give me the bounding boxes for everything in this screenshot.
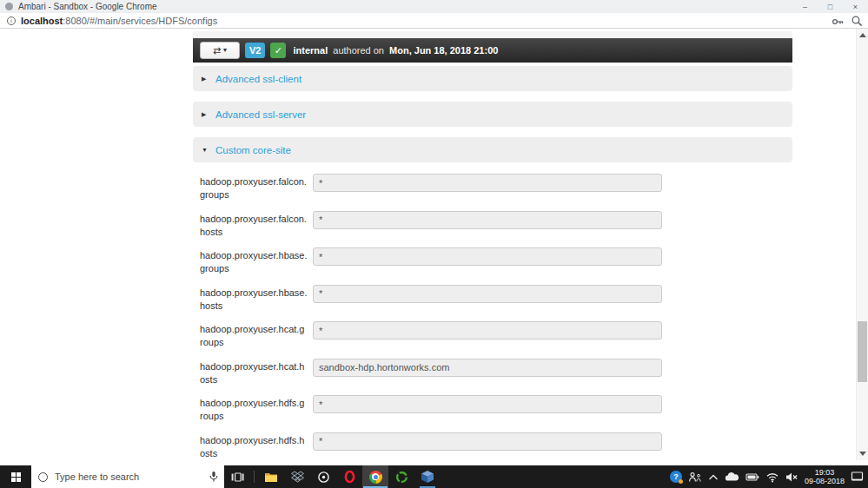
search-input[interactable] [55,472,209,482]
url-host: localhost [21,16,63,26]
battery-icon[interactable] [745,472,759,482]
system-tray: ? [670,465,868,488]
section-advanced-ssl-client[interactable]: ▶ Advanced ssl-client [193,66,792,91]
target-circle-icon [317,471,330,484]
url-path: :8080/#/main/services/HDFS/configs [63,16,217,26]
virtualbox-cube-icon [421,470,434,484]
version-authored-text: internal authored on Mon, Jun 18, 2018 2… [293,45,498,56]
help-notification-icon[interactable]: ? [670,471,682,483]
config-row: hadoop.proxyuser.hcat.hosts [193,359,792,396]
dropbox-icon [291,471,304,483]
section-advanced-ssl-server[interactable]: ▶ Advanced ssl-server [193,102,792,127]
config-label: hadoop.proxyuser.hbase.hosts [200,285,308,313]
microphone-icon[interactable] [209,471,219,483]
config-label: hadoop.proxyuser.hbase.groups [200,247,308,275]
password-key-icon[interactable] [832,15,844,27]
task-view-icon [231,472,244,483]
virtualbox-button[interactable] [414,465,441,488]
browser-title-bar: Ambari - Sandbox - Google Chrome – □ × [0,0,868,13]
config-row: hadoop.proxyuser.falcon.groups [193,174,792,211]
chrome-button[interactable] [362,465,388,488]
authored-date: Mon, Jun 18, 2018 21:00 [389,45,498,56]
opera-button[interactable] [336,465,362,488]
config-label: hadoop.proxyuser.falcon.groups [200,174,308,201]
action-center-icon[interactable] [851,471,864,483]
scrollbar-thumb[interactable] [858,321,867,382]
authored-prefix: authored on [330,45,387,56]
config-label: hadoop.proxyuser.hcat.groups [200,321,308,349]
config-value-input[interactable] [313,247,662,266]
question-glyph: ? [673,472,679,481]
config-value-input[interactable] [313,174,662,192]
chevron-right-icon: ▶ [202,76,215,82]
config-row: hadoop.proxyuser.hbase.hosts [193,285,792,322]
site-info-icon[interactable]: i [7,16,16,25]
config-panel: ⇄ ▾ V2 ✓ internal authored on Mon, Jun 1… [193,31,792,465]
opera-icon [343,470,356,484]
compare-versions-button[interactable]: ⇄ ▾ [200,42,240,59]
maximize-button[interactable]: □ [818,0,843,13]
window-controls: – □ × [792,0,868,13]
config-value-input[interactable] [313,321,662,340]
section-label: Advanced ssl-server [215,109,306,120]
wifi-icon[interactable] [765,472,779,483]
config-value-input[interactable] [313,211,662,229]
custom-core-site-body: hadoop.proxyuser.falcon.groups hadoop.pr… [193,162,792,465]
taskbar-separator [254,471,255,483]
page-scrollbar[interactable] [856,29,868,460]
config-row: hadoop.proxyuser.hbase.groups [193,247,792,285]
taskbar-clock[interactable]: 19:03 09-08-2018 [805,468,845,485]
chrome-icon [369,471,382,484]
scroll-down-arrow-icon[interactable] [859,452,866,456]
chevron-right-icon: ▶ [202,111,215,118]
config-row: hadoop.proxyuser.hdfs.hosts [193,432,792,466]
zoom-glass-icon[interactable] [851,15,863,27]
caret-down-icon: ▾ [223,47,227,54]
panel-top-strip [193,31,792,38]
config-row: hadoop.proxyuser.falcon.hosts [193,211,792,248]
taskbar-search[interactable] [31,465,224,488]
config-label: hadoop.proxyuser.hdfs.groups [200,395,308,423]
windows-logo-icon [11,472,21,482]
page-favicon [5,3,13,10]
start-button[interactable] [0,465,31,488]
current-version-check-icon: ✓ [270,43,286,58]
compare-icon: ⇄ [213,46,221,56]
show-hidden-icons-chevron[interactable] [708,473,719,481]
file-explorer-button[interactable] [258,465,284,488]
clock-date: 09-08-2018 [805,477,845,485]
config-label: hadoop.proxyuser.hcat.hosts [200,359,308,386]
record-target-button[interactable] [310,465,336,488]
section-custom-core-site[interactable]: ▼ Custom core-site [193,137,792,162]
dropbox-button[interactable] [284,465,310,488]
address-bar[interactable]: i localhost :8080/#/main/services/HDFS/c… [0,13,868,29]
config-label: hadoop.proxyuser.falcon.hosts [200,211,308,239]
section-label: Custom core-site [215,145,291,155]
scroll-up-arrow-icon[interactable] [859,33,866,37]
people-icon[interactable] [688,472,702,483]
config-value-input[interactable] [313,395,662,413]
config-value-input[interactable] [313,432,662,451]
config-label: hadoop.proxyuser.hdfs.hosts [200,432,308,460]
version-name: internal [293,45,328,56]
section-label: Advanced ssl-client [215,74,301,84]
task-view-button[interactable] [224,465,250,488]
green-ring-icon [395,471,408,484]
config-row: hadoop.proxyuser.hdfs.groups [193,395,792,432]
minimize-button[interactable]: – [792,0,818,13]
volume-muted-icon[interactable] [785,472,798,483]
version-badge[interactable]: V2 [245,43,265,58]
window-title: Ambari - Sandbox - Google Chrome [18,2,157,11]
close-button[interactable]: × [843,0,868,13]
config-version-bar: ⇄ ▾ V2 ✓ internal authored on Mon, Jun 1… [193,38,792,63]
config-value-input[interactable] [313,359,662,377]
ambari-configs-page: ⇄ ▾ V2 ✓ internal authored on Mon, Jun 1… [0,29,868,465]
clock-time: 19:03 [805,468,845,477]
onedrive-cloud-icon[interactable] [725,472,739,482]
config-row: hadoop.proxyuser.hcat.groups [193,321,792,359]
green-ring-app-button[interactable] [388,465,414,488]
chevron-down-icon: ▼ [202,147,215,153]
folder-icon [264,472,278,483]
config-value-input[interactable] [313,285,662,303]
cortana-icon [38,472,48,482]
